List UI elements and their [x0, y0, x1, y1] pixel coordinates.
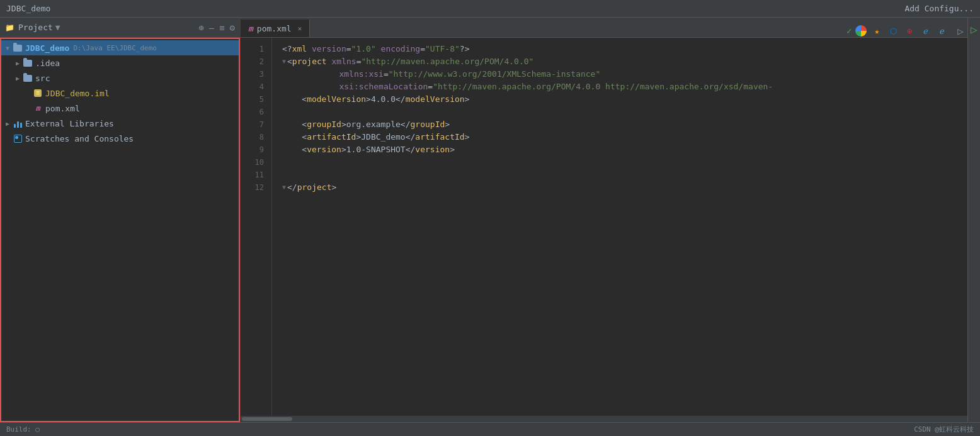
- scratches-icon: [13, 133, 23, 143]
- menu-icon[interactable]: ≡: [219, 23, 224, 33]
- jdbc-demo-label: JDBC_demo: [25, 43, 69, 53]
- checkmark-icon: ✓: [846, 26, 852, 36]
- iml-label: JDBC_demo.iml: [45, 89, 110, 98]
- code-line-5: <modelVersion> 4.0.0 </modelVersion>: [282, 93, 962, 106]
- run-icon[interactable]: ▷: [971, 23, 977, 36]
- expand-editor-icon[interactable]: ▷: [954, 25, 967, 37]
- tab-bar: m pom.xml ✕ ✓ ★ ⬡ ⊙ ℯ ℯ ▷: [241, 18, 967, 38]
- code-line-12: ▼ </project>: [282, 181, 962, 194]
- pom-label: pom.xml: [45, 104, 80, 113]
- project-title[interactable]: Project ▼: [18, 23, 60, 32]
- tree-item-ext-libraries[interactable]: External Libraries: [0, 116, 240, 131]
- code-line-11: [282, 169, 962, 181]
- tree-item-pom[interactable]: m pom.xml: [0, 101, 240, 116]
- add-config-button[interactable]: Add Configu...: [904, 4, 974, 13]
- horizontal-scrollbar[interactable]: [241, 416, 967, 422]
- code-line-6: [282, 106, 962, 118]
- fold-icon-2[interactable]: ▼: [282, 55, 286, 68]
- scroll-thumb[interactable]: [242, 417, 292, 421]
- fold-icon-12[interactable]: ▼: [282, 181, 286, 194]
- editor-area: m pom.xml ✕ ✓ ★ ⬡ ⊙ ℯ ℯ ▷: [241, 18, 967, 422]
- tab-label: pom.xml: [257, 24, 292, 33]
- jdbc-demo-path: D:\Java EE\JDBC_demo: [73, 44, 156, 52]
- maven-file-icon: m: [33, 103, 43, 113]
- app-title: JDBC_demo: [6, 4, 50, 13]
- folder-icon: 📁: [5, 23, 14, 32]
- build-status: Build: ○: [6, 425, 40, 433]
- expand-arrow-ext[interactable]: [3, 118, 13, 128]
- title-bar: JDBC_demo Add Configu...: [0, 0, 980, 18]
- pom-tab[interactable]: m pom.xml ✕: [241, 20, 310, 37]
- code-line-4: xsi:schemaLocation="http://maven.apache.…: [282, 81, 962, 93]
- browser-icon-extra[interactable]: ℯ: [936, 25, 949, 37]
- project-header: 📁 Project ▼ ⊕ — ≡ ⚙: [0, 18, 240, 38]
- edge-icon[interactable]: ⬡: [887, 25, 899, 37]
- browser-icons: ✓ ★ ⬡ ⊙ ℯ ℯ: [841, 25, 954, 37]
- iml-file-icon: ☰: [33, 88, 43, 98]
- expand-arrow[interactable]: [3, 43, 13, 53]
- project-folder-icon: [13, 43, 23, 53]
- src-label: src: [35, 74, 50, 83]
- collapse-icon[interactable]: —: [209, 23, 214, 33]
- idea-label: .idea: [35, 59, 60, 68]
- settings-icon[interactable]: ⊕: [198, 23, 203, 33]
- code-line-9: <version> 1.0-SNAPSHOT </version>: [282, 143, 962, 156]
- tree-item-jdbc-demo[interactable]: JDBC_demo D:\Java EE\JDBC_demo: [0, 40, 240, 55]
- project-tree: JDBC_demo D:\Java EE\JDBC_demo .idea: [0, 38, 240, 422]
- tab-close-button[interactable]: ✕: [298, 25, 302, 33]
- right-sidebar: ▷: [967, 18, 980, 422]
- tree-item-iml[interactable]: ☰ JDBC_demo.iml: [0, 86, 240, 101]
- gear-icon[interactable]: ⚙: [230, 23, 235, 33]
- code-line-1: <?xml version="1.0" encoding="UTF-8" ?>: [282, 43, 962, 55]
- code-line-10: [282, 156, 962, 169]
- libraries-icon: [13, 118, 23, 128]
- ie-icon[interactable]: ℯ: [920, 25, 932, 37]
- code-line-8: <artifactId> JDBC_demo </artifactId>: [282, 131, 962, 143]
- line-numbers: 1 2 3 4 5 6 7 8 9 10 11 12: [241, 38, 272, 416]
- opera-icon[interactable]: ⊙: [903, 25, 916, 37]
- bottom-bar: Build: ○ CSDN @虹科云科技: [0, 422, 980, 436]
- tree-item-src[interactable]: src: [0, 70, 240, 86]
- code-editor: 1 2 3 4 5 6 7 8 9 10 11 12 <?xml version…: [241, 38, 967, 416]
- scratches-label: Scratches and Consoles: [25, 134, 134, 143]
- expand-arrow-idea[interactable]: [13, 58, 23, 68]
- chrome-icon[interactable]: [855, 25, 867, 36]
- code-line-3: xmlns:xsi="http://www.w3.org/2001/XMLSch…: [282, 68, 962, 81]
- tab-maven-icon: m: [248, 24, 253, 33]
- code-content[interactable]: <?xml version="1.0" encoding="UTF-8" ?> …: [272, 38, 967, 416]
- ext-libraries-label: External Libraries: [25, 119, 114, 128]
- copyright-text: CSDN @虹科云科技: [914, 425, 974, 434]
- main-layout: 📁 Project ▼ ⊕ — ≡ ⚙ JD: [0, 18, 980, 422]
- scroll-track: [242, 417, 966, 421]
- src-folder-icon: [23, 73, 33, 83]
- code-line-7: <groupId> org.example </groupId>: [282, 118, 962, 131]
- firefox-icon[interactable]: ★: [870, 25, 883, 37]
- idea-folder-icon: [23, 58, 33, 68]
- code-line-2: ▼ <project xmlns="http://maven.apache.or…: [282, 55, 962, 68]
- tree-item-scratches[interactable]: Scratches and Consoles: [0, 131, 240, 146]
- project-header-icons: ⊕ — ≡ ⚙: [198, 23, 235, 33]
- left-panel: 📁 Project ▼ ⊕ — ≡ ⚙ JD: [0, 18, 241, 422]
- tree-item-idea[interactable]: .idea: [0, 55, 240, 70]
- expand-arrow-src[interactable]: [13, 73, 23, 83]
